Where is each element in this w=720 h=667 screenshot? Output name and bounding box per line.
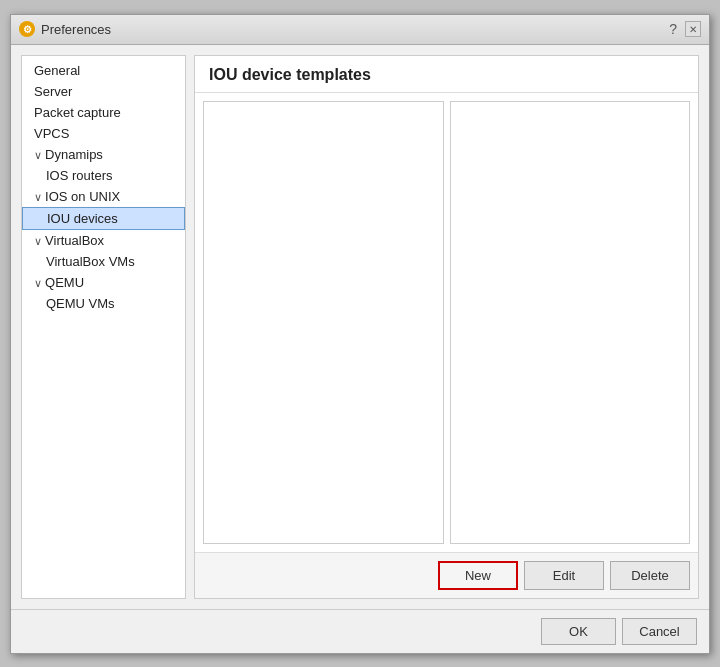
detail-pane bbox=[450, 101, 691, 544]
sidebar-item-iou-devices[interactable]: IOU devices bbox=[22, 207, 185, 230]
title-bar-left: ⚙ Preferences bbox=[19, 21, 111, 37]
delete-button[interactable]: Delete bbox=[610, 561, 690, 590]
content-area: GeneralServerPacket captureVPCSDynamipsI… bbox=[11, 45, 709, 609]
sidebar-item-vpcs[interactable]: VPCS bbox=[22, 123, 185, 144]
sidebar-item-ios-on-unix[interactable]: IOS on UNIX bbox=[22, 186, 185, 207]
sidebar-item-virtualbox[interactable]: VirtualBox bbox=[22, 230, 185, 251]
panel-footer: New Edit Delete bbox=[195, 552, 698, 598]
panel-title: IOU device templates bbox=[195, 56, 698, 93]
window-title: Preferences bbox=[41, 22, 111, 37]
title-bar: ⚙ Preferences ? ✕ bbox=[11, 15, 709, 45]
sidebar: GeneralServerPacket captureVPCSDynamipsI… bbox=[21, 55, 186, 599]
sidebar-item-qemu-vms[interactable]: QEMU VMs bbox=[22, 293, 185, 314]
sidebar-item-qemu[interactable]: QEMU bbox=[22, 272, 185, 293]
list-pane bbox=[203, 101, 444, 544]
cancel-button[interactable]: Cancel bbox=[622, 618, 697, 645]
sidebar-item-general[interactable]: General bbox=[22, 60, 185, 81]
sidebar-item-virtualbox-vms[interactable]: VirtualBox VMs bbox=[22, 251, 185, 272]
panel-body bbox=[195, 93, 698, 552]
sidebar-item-server[interactable]: Server bbox=[22, 81, 185, 102]
ok-button[interactable]: OK bbox=[541, 618, 616, 645]
sidebar-item-dynamips[interactable]: Dynamips bbox=[22, 144, 185, 165]
sidebar-item-packet-capture[interactable]: Packet capture bbox=[22, 102, 185, 123]
close-button[interactable]: ✕ bbox=[685, 21, 701, 37]
help-button[interactable]: ? bbox=[669, 21, 677, 37]
new-button[interactable]: New bbox=[438, 561, 518, 590]
title-bar-buttons: ? ✕ bbox=[669, 21, 701, 37]
edit-button[interactable]: Edit bbox=[524, 561, 604, 590]
sidebar-item-ios-routers[interactable]: IOS routers bbox=[22, 165, 185, 186]
main-panel: IOU device templates New Edit Delete bbox=[194, 55, 699, 599]
app-icon: ⚙ bbox=[19, 21, 35, 37]
window-footer: OK Cancel bbox=[11, 609, 709, 653]
preferences-window: ⚙ Preferences ? ✕ GeneralServerPacket ca… bbox=[10, 14, 710, 654]
